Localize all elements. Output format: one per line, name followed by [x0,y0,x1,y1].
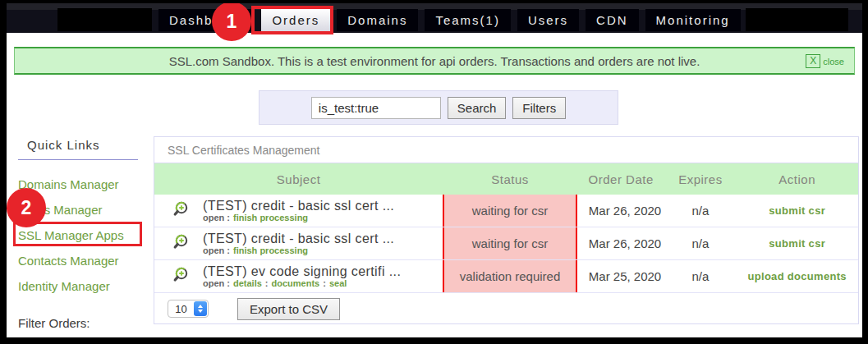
tab-users[interactable]: Users [517,9,579,31]
export-to-csv-button[interactable]: Export to CSV [237,298,340,320]
contacts-manager-link[interactable]: Contacts Manager [18,254,119,268]
sidebar-item-identity-manager[interactable]: Identity Manager [18,279,148,294]
order-sub-prefix: open : [203,278,230,288]
filters-button[interactable]: Filters [512,97,566,119]
column-header-subject: Subject [154,172,443,186]
tab-domains[interactable]: Domains [337,9,418,31]
quick-links-divider [18,159,138,160]
zoom-in-icon[interactable] [172,266,191,287]
separator: : [323,278,326,288]
stepper-up-icon[interactable] [198,305,203,308]
documents-link[interactable]: documents [272,278,320,288]
redacted-account-area [746,8,848,31]
finish-processing-link[interactable]: finish processing [233,213,308,222]
table-row: (TEST) credit - basic ssl cert ... open … [154,195,858,227]
status-badge: waiting for csr [443,195,577,227]
sandbox-banner-message: SSL.com Sandbox. This is a test environm… [169,54,700,68]
top-nav: Dashboard Orders Domains Teams(1) Users … [7,3,862,33]
annotation-orders-highlight [251,6,333,34]
finish-processing-link[interactable]: finish processing [233,245,308,255]
zoom-in-icon[interactable] [172,233,191,255]
seal-link[interactable]: seal [329,278,347,288]
sandbox-banner: SSL.com Sandbox. This is a test environm… [14,47,855,75]
order-subject: (TEST) ev code signing certifi ... [203,264,401,279]
order-sub-prefix: open : [203,245,230,255]
ssl-certificates-panel: SSL Certificates Management Subject Stat… [154,136,859,324]
banner-close-button[interactable]: X close [806,54,844,68]
column-header-expires: Expires [665,172,737,186]
submit-csr-link[interactable]: submit csr [769,204,825,217]
search-bar: Search Filters [259,90,618,125]
separator: : [265,278,269,288]
filter-orders-label: Filter Orders: [18,316,90,330]
table-row: (TEST) ev code signing certifi ... open … [154,260,858,293]
app-window: Dashboard Orders Domains Teams(1) Users … [0,0,868,344]
page-size-select[interactable]: 10 [168,300,209,318]
stepper-icon[interactable] [194,301,207,316]
sidebar-item-contacts-manager[interactable]: Contacts Manager [18,254,148,268]
tab-monitoring[interactable]: Monitoring [645,9,741,31]
order-date: Mar 26, 2020 [577,195,665,227]
search-input[interactable] [311,97,441,119]
zoom-in-icon[interactable] [172,200,191,222]
page-size-value: 10 [168,303,194,315]
status-badge: validation required [443,260,577,292]
expires-value: n/a [665,260,737,292]
status-badge: waiting for csr [443,227,577,259]
quick-links-title: Quick Links [18,138,148,152]
tab-cdn[interactable]: CDN [586,9,639,31]
order-subject: (TEST) credit - basic ssl cert ... [203,199,394,213]
stepper-down-icon[interactable] [198,310,203,313]
table-header-row: Subject Status Order Date Expires Action [154,163,858,195]
table-row: (TEST) credit - basic ssl cert ... open … [154,227,858,260]
details-link[interactable]: details [233,278,262,288]
expires-value: n/a [665,195,737,227]
redacted-logo-area [57,8,152,31]
search-button[interactable]: Search [448,97,507,119]
column-header-order-date: Order Date [577,172,665,186]
annotation-step-2-badge: 2 [7,188,46,227]
tab-teams[interactable]: Teams(1) [425,9,511,31]
expires-value: n/a [665,227,737,259]
panel-title: SSL Certificates Management [154,137,858,163]
annotation-step-1-badge: 1 [212,2,251,41]
order-subject: (TEST) credit - basic ssl cert ... [203,232,394,246]
close-label[interactable]: close [823,57,844,67]
order-date: Mar 26, 2020 [577,227,665,259]
table-footer: 10 Export to CSV [154,293,858,324]
column-header-status: Status [443,172,577,186]
column-header-action: Action [736,172,858,186]
identity-manager-link[interactable]: Identity Manager [18,279,110,293]
upload-documents-link[interactable]: upload documents [747,270,846,282]
order-sub-prefix: open : [203,213,230,222]
close-icon[interactable]: X [806,54,820,68]
submit-csr-link[interactable]: submit csr [769,237,825,250]
order-date: Mar 25, 2020 [577,260,665,292]
sidebar-item-domains-manager[interactable]: Domains Manager [18,177,148,192]
